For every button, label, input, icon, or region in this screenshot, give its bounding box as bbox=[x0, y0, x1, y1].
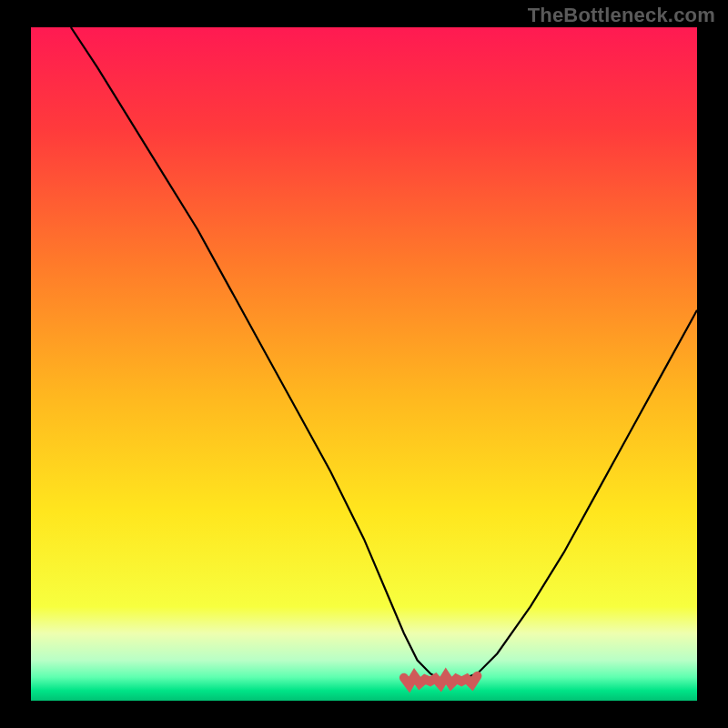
watermark-text: TheBottleneck.com bbox=[528, 4, 715, 27]
plot-area bbox=[31, 27, 697, 701]
bottleneck-curve bbox=[31, 27, 697, 701]
chart-frame: TheBottleneck.com bbox=[0, 0, 728, 728]
